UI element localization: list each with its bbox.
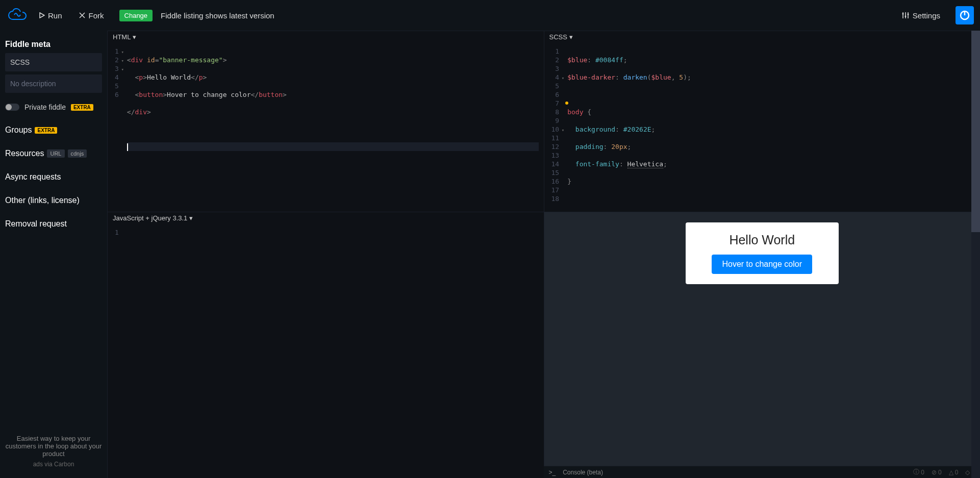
console-label: Console (beta) <box>563 469 603 476</box>
sidebar: Fiddle meta Private fiddle EXTRA Groups … <box>0 31 107 478</box>
power-button[interactable] <box>956 6 974 24</box>
banner-message: Hello World Hover to change color <box>686 222 839 284</box>
console-info-count: ⓘ 0 <box>913 468 924 476</box>
result-panel: Hello World Hover to change color <box>544 212 981 478</box>
console-bar[interactable]: >_ Console (beta) ⓘ 0 ⊘ 0 △ 0 ◇ 0 <box>544 466 981 478</box>
cdnjs-badge: cdnjs <box>68 149 87 158</box>
chevron-down-icon: ▾ <box>189 214 193 222</box>
fiddle-meta-title: Fiddle meta <box>5 40 102 49</box>
private-label: Private fiddle <box>24 103 66 111</box>
svg-point-2 <box>907 14 909 15</box>
console-warn-count: △ 0 <box>949 469 959 476</box>
fork-label: Fork <box>89 11 104 20</box>
sidebar-item-other[interactable]: Other (links, license) <box>5 196 102 205</box>
change-badge[interactable]: Change <box>119 10 153 21</box>
html-tab[interactable]: HTML▾ <box>108 31 544 43</box>
change-message: Fiddle listing shows latest version <box>161 11 274 20</box>
fork-button[interactable]: Fork <box>72 7 110 24</box>
settings-label: Settings <box>913 11 940 20</box>
chevron-down-icon: ▾ <box>569 33 573 41</box>
settings-button[interactable]: Settings <box>895 7 946 24</box>
scrollbar[interactable] <box>971 212 980 478</box>
scss-tab[interactable]: SCSS▾ <box>544 31 981 43</box>
extra-badge: EXTRA <box>35 127 57 134</box>
sidebar-ad[interactable]: Easiest way to keep your customers in th… <box>5 430 102 473</box>
html-panel: HTML▾ 1▾2▾3▾456 <div id="banner-message"… <box>107 31 544 212</box>
hover-button[interactable]: Hover to change color <box>712 255 812 274</box>
svg-point-1 <box>904 16 906 17</box>
chevron-down-icon: ▾ <box>133 33 136 41</box>
logo[interactable] <box>6 4 29 27</box>
run-label: Run <box>48 11 62 20</box>
js-tab[interactable]: JavaScript + jQuery 3.3.1▾ <box>108 212 544 224</box>
console-prompt-icon: >_ <box>549 469 556 476</box>
sliders-icon <box>901 11 910 19</box>
extra-badge: EXTRA <box>71 104 93 111</box>
console-error-count: ⊘ 0 <box>932 469 942 476</box>
sidebar-item-async[interactable]: Async requests <box>5 172 102 182</box>
fork-icon <box>79 12 86 19</box>
fiddle-title-input[interactable] <box>5 53 102 71</box>
top-bar: Run Fork Change Fiddle listing shows lat… <box>0 0 980 31</box>
html-editor[interactable]: 1▾2▾3▾456 <div id="banner-message"> <p>H… <box>108 43 544 212</box>
svg-point-0 <box>902 13 903 15</box>
scss-editor[interactable]: 1234▾5678910▾1112131415161718 $blue: #00… <box>544 43 981 212</box>
sidebar-item-groups[interactable]: Groups EXTRA <box>5 125 102 135</box>
play-icon <box>39 12 45 18</box>
run-button[interactable]: Run <box>33 7 68 24</box>
sidebar-item-resources[interactable]: Resources URL cdnjs <box>5 149 102 158</box>
private-toggle[interactable] <box>5 104 19 111</box>
js-editor[interactable]: 1 <box>108 224 544 478</box>
scss-panel: SCSS▾ 1234▾5678910▾1112131415161718 $blu… <box>544 31 981 212</box>
power-icon <box>959 10 970 21</box>
scrollbar[interactable] <box>971 31 980 212</box>
js-panel: JavaScript + jQuery 3.3.1▾ 1 <box>107 212 544 478</box>
sidebar-item-removal[interactable]: Removal request <box>5 219 102 229</box>
fiddle-desc-input[interactable] <box>5 74 102 93</box>
hello-text: Hello World <box>696 233 828 247</box>
url-badge: URL <box>47 149 64 158</box>
text-cursor <box>127 143 128 151</box>
